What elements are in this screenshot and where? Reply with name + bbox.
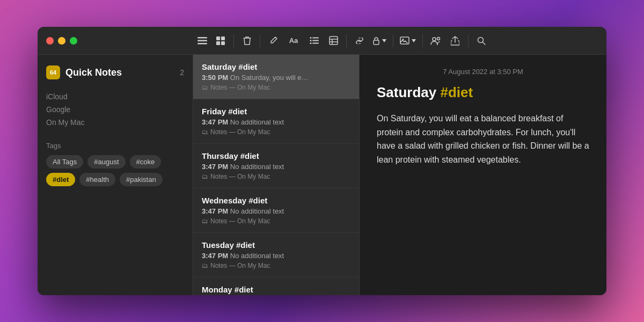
tag-pakistan[interactable]: #pakistan <box>120 173 163 186</box>
svg-rect-0 <box>197 37 207 39</box>
tag-health[interactable]: #health <box>79 173 115 186</box>
photo-button-group[interactable] <box>398 36 418 45</box>
delete-button[interactable] <box>238 32 255 49</box>
svg-rect-3 <box>216 36 220 40</box>
note-title-friday: Friday #diet <box>202 107 350 116</box>
svg-point-11 <box>310 42 311 44</box>
note-title-tag: #diet <box>441 84 473 100</box>
lock-button-group[interactable] <box>370 36 389 45</box>
svg-rect-5 <box>216 41 220 45</box>
divider-2 <box>260 34 260 47</box>
divider-6 <box>468 34 469 47</box>
svg-rect-8 <box>312 38 319 39</box>
svg-line-23 <box>483 42 486 45</box>
folder-icon-thursday: 🗂 <box>202 173 208 180</box>
folder-icon-tuesday: 🗂 <box>202 262 208 269</box>
sidebar-accounts: iCloud Google On My Mac <box>46 90 184 129</box>
grid-view-button[interactable] <box>212 32 229 49</box>
tag-all[interactable]: All Tags <box>46 155 83 169</box>
divider-3 <box>346 34 347 47</box>
tag-diet[interactable]: #diet <box>46 173 75 186</box>
note-preview-tuesday: 3:47 PM No additional text <box>202 252 350 260</box>
app-icon: 64 <box>46 65 60 79</box>
note-detail-title: Saturday #diet <box>377 84 589 101</box>
note-title-monday: Monday #diet <box>202 285 350 294</box>
tags-header: Tags <box>46 142 184 150</box>
note-title-thursday: Thursday #diet <box>202 151 350 160</box>
traffic-lights <box>46 37 77 45</box>
collab-button[interactable] <box>427 32 444 49</box>
svg-rect-6 <box>221 41 225 45</box>
note-preview-wednesday: 3:47 PM No additional text <box>202 207 350 215</box>
note-item-monday[interactable]: Monday #diet 3:47 PM No additional text … <box>193 277 359 295</box>
note-item-wednesday[interactable]: Wednesday #diet 3:47 PM No additional te… <box>193 188 359 233</box>
divider-5 <box>422 34 423 47</box>
svg-rect-1 <box>197 40 207 41</box>
folder-icon-wednesday: 🗂 <box>202 217 208 225</box>
tag-august[interactable]: #august <box>87 155 125 169</box>
titlebar: Aa <box>38 27 606 55</box>
note-title-saturday: Saturday #diet <box>202 62 350 71</box>
svg-rect-10 <box>312 40 319 41</box>
sidebar-item-icloud[interactable]: iCloud <box>46 90 184 103</box>
app-window: Aa <box>38 27 606 295</box>
svg-rect-4 <box>221 36 225 40</box>
main-content: 64 Quick Notes 2 iCloud Google On My Mac… <box>38 55 606 295</box>
note-location-saturday: 🗂 Notes — On My Mac <box>202 84 350 91</box>
note-title-plain: Saturday <box>377 84 441 100</box>
note-location-thursday: 🗂 Notes — On My Mac <box>202 173 350 180</box>
sidebar-header: 64 Quick Notes 2 <box>46 65 184 79</box>
note-detail-date: 7 August 2022 at 3:50 PM <box>377 68 589 76</box>
sidebar-item-onmymac[interactable]: On My Mac <box>46 116 184 129</box>
divider-1 <box>233 34 234 47</box>
tag-coke[interactable]: #coke <box>130 155 162 169</box>
sidebar-item-google[interactable]: Google <box>46 103 184 116</box>
svg-point-9 <box>310 40 311 41</box>
note-preview-friday: 3:47 PM No additional text <box>202 118 350 126</box>
font-button[interactable]: Aa <box>284 32 303 49</box>
search-button[interactable] <box>473 32 490 49</box>
svg-rect-17 <box>374 40 379 45</box>
note-preview-thursday: 3:47 PM No additional text <box>202 163 350 171</box>
maximize-button[interactable] <box>70 37 77 45</box>
note-preview-saturday: 3:50 PM On Saturday, you will e… <box>202 74 350 82</box>
note-item-saturday[interactable]: Saturday #diet 3:50 PM On Saturday, you … <box>193 55 359 99</box>
svg-point-20 <box>433 38 436 41</box>
link-button[interactable] <box>351 32 368 49</box>
note-location-friday: 🗂 Notes — On My Mac <box>202 128 350 136</box>
note-title-tuesday: Tuesday #diet <box>202 240 350 250</box>
folder-icon-friday: 🗂 <box>202 128 208 136</box>
note-detail: 7 August 2022 at 3:50 PM Saturday #diet … <box>360 55 606 295</box>
list-view-button[interactable] <box>194 32 211 49</box>
note-detail-body: On Saturday, you will eat a balanced bre… <box>377 112 589 166</box>
sidebar: 64 Quick Notes 2 iCloud Google On My Mac… <box>38 55 193 295</box>
toolbar: Aa <box>86 32 598 49</box>
notes-list: Saturday #diet 3:50 PM On Saturday, you … <box>193 55 360 295</box>
folder-icon: 🗂 <box>202 84 208 91</box>
view-toggle-group <box>194 32 229 49</box>
list-style-button[interactable] <box>305 32 323 49</box>
minimize-button[interactable] <box>58 37 65 45</box>
note-item-thursday[interactable]: Thursday #diet 3:47 PM No additional tex… <box>193 144 359 188</box>
svg-point-7 <box>310 37 311 39</box>
svg-point-21 <box>437 37 440 40</box>
compose-button[interactable] <box>265 32 282 49</box>
tags-container: All Tags #august #coke #diet #health #pa… <box>46 155 184 186</box>
close-button[interactable] <box>46 37 54 45</box>
svg-rect-12 <box>312 43 319 44</box>
sidebar-title: Quick Notes <box>65 67 180 78</box>
note-item-friday[interactable]: Friday #diet 3:47 PM No additional text … <box>193 99 359 144</box>
svg-rect-13 <box>330 36 338 45</box>
note-item-tuesday[interactable]: Tuesday #diet 3:47 PM No additional text… <box>193 233 359 277</box>
svg-rect-2 <box>197 43 207 45</box>
share-button[interactable] <box>447 32 464 49</box>
note-title-wednesday: Wednesday #diet <box>202 196 350 205</box>
note-location-wednesday: 🗂 Notes — On My Mac <box>202 217 350 225</box>
note-location-tuesday: 🗂 Notes — On My Mac <box>202 262 350 269</box>
table-button[interactable] <box>325 32 342 49</box>
divider-4 <box>393 34 393 47</box>
sidebar-count: 2 <box>180 68 184 77</box>
